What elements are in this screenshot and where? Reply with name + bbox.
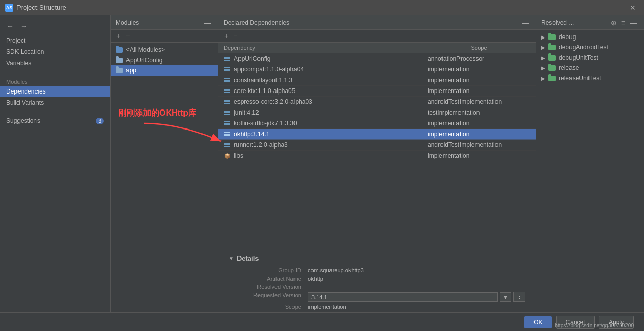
sidebar-item-build-variants[interactable]: Build Variants bbox=[0, 97, 110, 108]
modules-remove-button[interactable]: − bbox=[124, 31, 131, 41]
modules-header-label: Modules bbox=[116, 19, 139, 26]
dep-row-junit[interactable]: junit:4.12 testImplementation bbox=[218, 107, 536, 118]
tree-item-release[interactable]: ▶ release bbox=[536, 63, 644, 73]
details-title: Details bbox=[237, 254, 259, 262]
dep-row-core-ktx[interactable]: core-ktx:1.1.0-alpha05 implementation bbox=[218, 86, 536, 97]
deps-add-button[interactable]: + bbox=[223, 31, 230, 41]
dep-lib-icon bbox=[224, 109, 231, 116]
module-label: <All Modules> bbox=[126, 46, 165, 53]
deps-table: Dependency Scope AppUrlConfig annotation… bbox=[218, 43, 536, 249]
requested-version-action[interactable]: ⋮ bbox=[513, 292, 525, 302]
dialog-title: Project Structure bbox=[16, 4, 66, 11]
requested-version-dropdown[interactable]: ▼ bbox=[500, 292, 511, 302]
deps-toolbar: + − bbox=[218, 30, 536, 43]
dep-lib-icon bbox=[224, 77, 231, 84]
module-folder-icon bbox=[116, 46, 123, 53]
app-icon: AS bbox=[5, 4, 13, 12]
dep-row-appcompat[interactable]: appcompat:1.1.0-alpha04 implementation bbox=[218, 64, 536, 75]
dep-cell: AppUrlConfig bbox=[224, 55, 428, 62]
dep-row-constraintlayout[interactable]: constraintlayout:1.1.3 implementation bbox=[218, 75, 536, 86]
tree-folder-icon bbox=[548, 65, 556, 71]
dep-scope: androidTestImplementation bbox=[428, 98, 530, 105]
resolved-version-label: Resolved Version: bbox=[236, 284, 303, 290]
dep-lib-icon bbox=[224, 55, 231, 62]
nav-forward-button[interactable]: → bbox=[19, 22, 29, 31]
resolved-minimize-icon[interactable]: — bbox=[629, 18, 639, 27]
suggestions-badge: 3 bbox=[96, 118, 104, 124]
dep-scope: implementation bbox=[428, 77, 530, 84]
sidebar-item-sdk-location[interactable]: SDK Location bbox=[0, 46, 110, 58]
modules-add-button[interactable]: + bbox=[115, 31, 122, 41]
module-app[interactable]: app bbox=[111, 65, 218, 76]
module-all-modules[interactable]: <All Modules> bbox=[111, 45, 218, 55]
nav-back-button[interactable]: ← bbox=[5, 22, 15, 31]
title-bar: AS Project Structure ✕ bbox=[0, 0, 644, 15]
resolved-add-icon[interactable]: ⊕ bbox=[609, 18, 618, 27]
tree-folder-icon bbox=[548, 55, 556, 61]
modules-panel-header: Modules — bbox=[111, 15, 218, 30]
dep-label: okhttp:3.14.1 bbox=[234, 131, 269, 138]
deps-table-header: Dependency Scope bbox=[218, 43, 536, 53]
modules-list: <All Modules> AppUrlConfig app bbox=[111, 43, 218, 331]
module-folder-icon bbox=[116, 57, 123, 64]
cancel-button[interactable]: Cancel bbox=[556, 316, 595, 329]
dep-jar-icon: 📦 bbox=[224, 152, 231, 159]
modules-minimize-button[interactable]: — bbox=[203, 18, 213, 27]
dep-cell: runner:1.2.0-alpha3 bbox=[224, 141, 428, 149]
deps-panel-header: Declared Dependencies — bbox=[218, 15, 536, 30]
deps-minimize-button[interactable]: — bbox=[520, 18, 530, 27]
module-AppUrlConfig[interactable]: AppUrlConfig bbox=[111, 55, 218, 65]
sidebar-item-project[interactable]: Project bbox=[0, 35, 110, 46]
sidebar-item-suggestions[interactable]: Suggestions 3 bbox=[0, 115, 110, 126]
dep-label: runner:1.2.0-alpha3 bbox=[234, 141, 288, 149]
resolved-list-icon[interactable]: ≡ bbox=[620, 18, 627, 27]
dep-label: kotlin-stdlib-jdk7:1.3.30 bbox=[234, 120, 297, 127]
dep-row-kotlin-stdlib[interactable]: kotlin-stdlib-jdk7:1.3.30 implementation bbox=[218, 118, 536, 129]
dep-scope: implementation bbox=[428, 152, 530, 159]
dep-scope: androidTestImplementation bbox=[428, 141, 530, 149]
dep-label: AppUrlConfig bbox=[234, 55, 270, 62]
tree-folder-icon bbox=[548, 45, 556, 50]
sidebar-item-dependencies[interactable]: Dependencies bbox=[0, 86, 110, 97]
scope-column-header: Scope bbox=[428, 45, 530, 51]
dep-label: junit:4.12 bbox=[234, 109, 259, 116]
artifact-name-label: Artifact Name: bbox=[236, 275, 303, 282]
details-toggle[interactable]: ▼ Details bbox=[229, 254, 525, 262]
modules-section-label: Modules bbox=[0, 76, 110, 86]
tree-arrow-icon: ▶ bbox=[541, 65, 545, 71]
title-bar-left: AS Project Structure bbox=[5, 4, 66, 12]
dep-row-runner[interactable]: runner:1.2.0-alpha3 androidTestImplement… bbox=[218, 140, 536, 151]
dep-row-espresso[interactable]: espresso-core:3.2.0-alpha03 androidTestI… bbox=[218, 97, 536, 107]
module-label: app bbox=[126, 67, 136, 74]
dep-lib-icon bbox=[224, 98, 231, 105]
resolved-panel: Resolved ... ⊕ ≡ — ▶ debug ▶ debugAndroi… bbox=[536, 15, 644, 331]
dep-scope: testImplementation bbox=[428, 109, 530, 116]
tree-item-label: debug bbox=[559, 33, 576, 41]
tree-item-debug[interactable]: ▶ debug bbox=[536, 32, 644, 42]
sidebar-item-label: Project bbox=[6, 37, 25, 44]
requested-version-input[interactable] bbox=[308, 292, 498, 302]
tree-item-debugUnitTest[interactable]: ▶ debugUnitTest bbox=[536, 52, 644, 63]
apply-button[interactable]: Apply bbox=[599, 316, 634, 329]
tree-arrow-icon: ▶ bbox=[541, 45, 545, 50]
dep-scope: implementation bbox=[428, 66, 530, 73]
dep-label: espresso-core:3.2.0-alpha03 bbox=[234, 98, 312, 105]
dep-label: constraintlayout:1.1.3 bbox=[234, 77, 292, 84]
ok-button[interactable]: OK bbox=[524, 316, 551, 328]
requested-version-row: ▼ ⋮ bbox=[308, 292, 525, 302]
sidebar-nav: ← → bbox=[0, 20, 110, 33]
dep-row-AppUrlConfig[interactable]: AppUrlConfig annotationProcessor bbox=[218, 53, 536, 64]
dep-row-libs[interactable]: 📦 libs implementation bbox=[218, 151, 536, 161]
sidebar-item-variables[interactable]: Variables bbox=[0, 58, 110, 69]
artifact-name-value: okhttp bbox=[308, 275, 525, 282]
module-label: AppUrlConfig bbox=[126, 57, 162, 64]
group-id-value: com.squareup.okhttp3 bbox=[308, 267, 525, 273]
tree-item-label: releaseUnitTest bbox=[559, 75, 601, 82]
close-button[interactable]: ✕ bbox=[627, 3, 639, 13]
dep-scope: implementation bbox=[428, 87, 530, 95]
deps-remove-button[interactable]: − bbox=[232, 31, 239, 41]
dep-row-okhttp[interactable]: okhttp:3.14.1 implementation bbox=[218, 129, 536, 140]
tree-item-releaseUnitTest[interactable]: ▶ releaseUnitTest bbox=[536, 73, 644, 83]
tree-item-debugAndroidTest[interactable]: ▶ debugAndroidTest bbox=[536, 42, 644, 52]
dep-scope: implementation bbox=[428, 120, 530, 127]
